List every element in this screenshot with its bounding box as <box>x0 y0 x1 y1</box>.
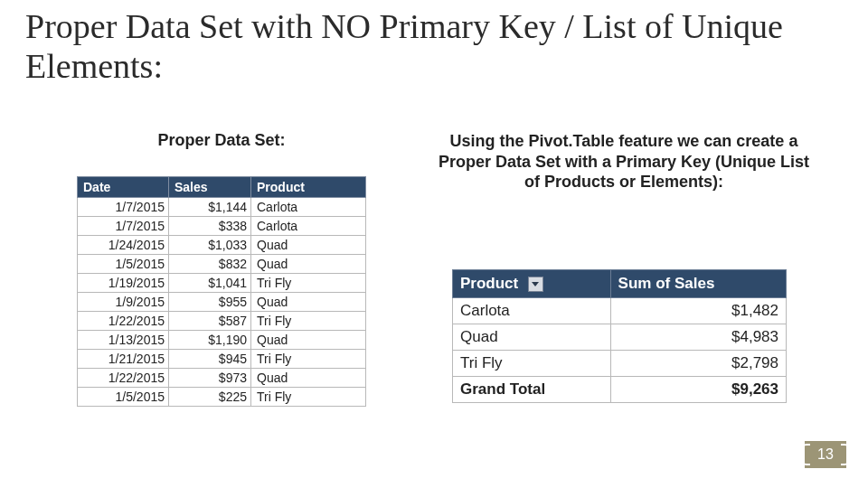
table-row: Quad$4,983 <box>453 324 787 351</box>
left-subheading: Proper Data Set: <box>77 131 366 150</box>
slide-title: Proper Data Set with NO Primary Key / Li… <box>25 7 846 86</box>
pivot-table: Product Sum of Sales Carlota$1,482 Quad$… <box>452 269 787 403</box>
table-row: 1/13/2015$1,190Quad <box>78 331 366 350</box>
table-row: 1/9/2015$955Quad <box>78 293 366 312</box>
chevron-down-icon[interactable] <box>528 277 543 292</box>
col-header-product: Product <box>251 177 366 198</box>
right-subheading: Using the Pivot.Table feature we can cre… <box>434 131 814 192</box>
table-row: Tri Fly$2,798 <box>453 351 787 377</box>
table-row: 1/7/2015$338Carlota <box>78 217 366 236</box>
grand-total-row: Grand Total$9,263 <box>453 377 787 403</box>
table-row: 1/22/2015$587Tri Fly <box>78 312 366 331</box>
pivot-header-sum: Sum of Sales <box>610 270 786 298</box>
table-row: 1/7/2015$1,144Carlota <box>78 198 366 217</box>
table-row: 1/22/2015$973Quad <box>78 369 366 388</box>
table-row: 1/24/2015$1,033Quad <box>78 236 366 255</box>
page-number-badge: 13 <box>805 441 846 468</box>
page-number: 13 <box>817 446 834 463</box>
col-header-sales: Sales <box>169 177 251 198</box>
col-header-date: Date <box>78 177 169 198</box>
table-row: 1/19/2015$1,041Tri Fly <box>78 274 366 293</box>
pivot-header-product[interactable]: Product <box>453 270 611 298</box>
table-row: 1/5/2015$225Tri Fly <box>78 388 366 407</box>
raw-data-table: Date Sales Product 1/7/2015$1,144Carlota… <box>77 176 366 407</box>
table-row: 1/21/2015$945Tri Fly <box>78 350 366 369</box>
table-row: Carlota$1,482 <box>453 298 787 324</box>
table-row: 1/5/2015$832Quad <box>78 255 366 274</box>
